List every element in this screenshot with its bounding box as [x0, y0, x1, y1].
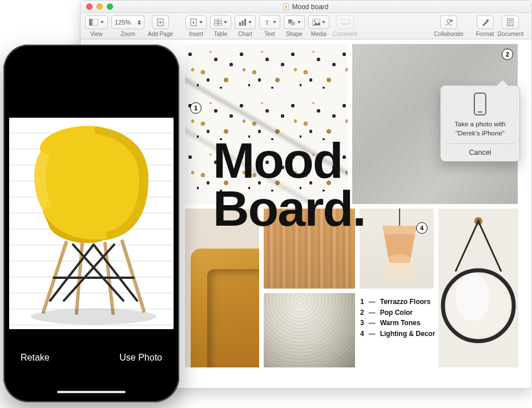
continuity-camera-popover: Take a photo with "Derek's iPhone" Cance… [440, 85, 520, 162]
callout-4[interactable]: 4 [416, 222, 428, 234]
toolbar: View 125% Zoom Add Page Insert [80, 13, 531, 39]
legend[interactable]: 1—Terrazzo Floors 2—Pop Color 3—Warm Ton… [360, 297, 435, 339]
zoom-value: 125% [115, 19, 131, 26]
iphone-device: Retake Use Photo [3, 45, 179, 402]
media-button[interactable] [308, 15, 329, 29]
retake-button[interactable]: Retake [21, 353, 50, 363]
camera-bottom-bar: Retake Use Photo [9, 329, 174, 397]
document-title[interactable]: Mood Board. [213, 137, 365, 233]
titlebar: Mood board [80, 1, 531, 13]
media-label: Media [311, 31, 327, 37]
iphone-icon [474, 93, 486, 115]
document-button[interactable] [502, 15, 519, 29]
table-label: Table [213, 31, 227, 37]
use-photo-button[interactable]: Use Photo [119, 353, 162, 363]
title-line-1: Mood [213, 137, 365, 185]
zoom-dropdown[interactable]: 125% [111, 15, 144, 29]
chart-label: Chart [238, 31, 252, 37]
window-title-text: Mood board [292, 3, 328, 11]
svg-point-27 [382, 254, 417, 279]
svg-text:T: T [265, 19, 269, 26]
insert-button[interactable] [186, 15, 207, 29]
legend-row: 3—Warm Tones [360, 318, 435, 329]
window-title: Mood board [80, 3, 531, 11]
camera-photo-preview[interactable] [9, 118, 174, 329]
text-button[interactable]: T [259, 15, 280, 29]
legend-row: 4—Lighting & Decor [360, 329, 435, 339]
svg-point-20 [450, 19, 453, 22]
svg-line-36 [122, 241, 144, 311]
comment-button [337, 15, 354, 29]
home-indicator[interactable] [57, 391, 126, 393]
legend-row: 2—Pop Color [360, 307, 435, 318]
view-label: View [90, 31, 103, 37]
legend-row: 1—Terrazzo Floors [360, 297, 435, 307]
comment-label: Comment [333, 31, 357, 37]
shape-label: Shape [286, 31, 303, 37]
svg-point-19 [447, 19, 450, 23]
svg-rect-11 [241, 21, 243, 26]
svg-rect-18 [341, 19, 349, 24]
image-fur[interactable] [264, 293, 355, 367]
popover-cancel-button[interactable]: Cancel [445, 143, 515, 161]
format-button[interactable] [477, 15, 494, 29]
shape-button[interactable] [284, 15, 305, 29]
document-label: Document [497, 31, 523, 37]
popover-message: Take a photo with "Derek's iPhone" [445, 120, 515, 143]
image-mirror[interactable] [438, 209, 518, 367]
svg-rect-0 [89, 19, 92, 26]
svg-point-15 [291, 21, 295, 26]
document-icon [283, 3, 289, 10]
title-line-2: Board. [213, 185, 365, 233]
chart-button[interactable] [235, 15, 256, 29]
format-label: Format [476, 31, 494, 37]
insert-label: Insert [189, 31, 203, 37]
text-label: Text [264, 31, 275, 37]
svg-point-32 [456, 273, 490, 321]
add-page-label: Add Page [148, 31, 173, 37]
image-lamp[interactable] [360, 209, 434, 289]
collaborate-label: Collaborate [434, 31, 464, 37]
iphone-notch [49, 50, 134, 65]
svg-rect-12 [244, 19, 246, 26]
callout-1[interactable]: 1 [190, 102, 201, 114]
collaborate-button[interactable] [440, 15, 457, 29]
table-button[interactable] [210, 15, 231, 29]
add-page-button[interactable] [152, 15, 169, 29]
svg-point-17 [313, 21, 315, 22]
callout-2[interactable]: 2 [502, 49, 513, 60]
svg-point-42 [31, 309, 156, 325]
svg-rect-1 [92, 19, 98, 26]
zoom-label: Zoom [120, 31, 135, 37]
svg-rect-10 [239, 22, 241, 26]
iphone-screen: Retake Use Photo [9, 50, 174, 397]
view-button[interactable] [85, 15, 108, 29]
